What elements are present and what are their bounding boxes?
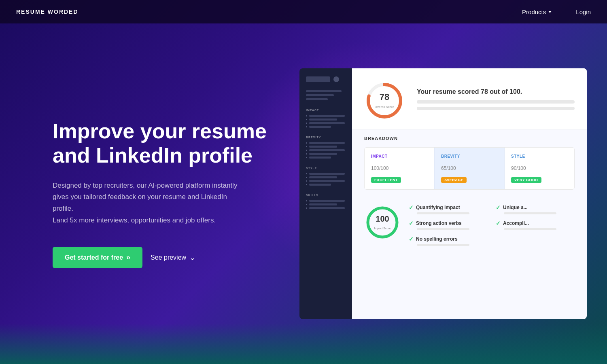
impact-score-max: /100: [379, 165, 388, 171]
check-item-5: ✓ No spelling errors: [409, 236, 488, 246]
style-section-label: STYLE: [306, 167, 346, 169]
panel-line: [309, 184, 331, 186]
panel-line: [309, 126, 331, 128]
panel-line: [309, 122, 345, 124]
see-preview-button[interactable]: See preview ⌄: [151, 253, 195, 262]
score-panel: 78 Overall Score Your resume scored 78 o…: [352, 68, 587, 319]
hero-title: Improve your resume and LinkedIn profile: [53, 119, 283, 168]
bullet: [306, 180, 307, 182]
impact-badge: EXCELLENT: [371, 177, 401, 183]
brevity-score-max: /100: [446, 165, 456, 171]
check-icon-2: ✓: [496, 204, 501, 211]
score-bar-2: [417, 107, 575, 110]
check-item-2: ✓ Unique a...: [496, 204, 575, 214]
overall-score-number: 78: [375, 92, 394, 102]
style-badge: VERY GOOD: [511, 177, 541, 183]
check-text-3: Strong action verbs: [416, 220, 462, 226]
check-header-2: ✓ Unique a...: [496, 204, 575, 211]
check-item-1: ✓ Quantifying impact: [409, 204, 488, 214]
impact-score-label: Impact Score: [374, 227, 391, 230]
see-preview-label: See preview: [151, 254, 186, 261]
brevity-score: 65/100: [441, 162, 498, 172]
breakdown-title: BREAKDOWN: [364, 136, 575, 141]
brevity-card: BREVITY 65/100 AVERAGE: [434, 148, 505, 189]
score-header: 78 Overall Score Your resume scored 78 o…: [352, 68, 587, 129]
panel-bullet-line: [306, 122, 346, 124]
style-score: 90/100: [511, 162, 568, 172]
check-header-3: ✓ Strong action verbs: [409, 220, 488, 226]
chevron-down-icon: [548, 11, 552, 13]
bullet: [306, 146, 307, 147]
check-icon-4: ✓: [496, 220, 501, 226]
panel-bullet-line: [306, 126, 346, 128]
bullet: [306, 200, 307, 201]
chevron-down-icon: ⌄: [189, 253, 195, 262]
check-item-3: ✓ Strong action verbs: [409, 220, 488, 230]
brevity-label: BREVITY: [441, 154, 498, 159]
check-bar-1: [417, 212, 469, 214]
hero-subtitle-main: Designed by top recruiters, our AI-power…: [53, 182, 237, 213]
hero-buttons: Get started for free » See preview ⌄: [53, 247, 283, 268]
brevity-badge: AVERAGE: [441, 177, 467, 183]
panel-line: [306, 98, 328, 100]
check-icon-5: ✓: [409, 236, 414, 242]
check-header-1: ✓ Quantifying impact: [409, 204, 488, 211]
check-bar-4: [504, 228, 556, 230]
checklist: ✓ Quantifying impact ✓ Unique a... ✓ S: [409, 204, 575, 246]
style-label: STYLE: [511, 154, 568, 159]
panel-line: [309, 173, 345, 175]
panel-bullet-line: [306, 200, 346, 202]
panel-circle: [333, 76, 339, 82]
panel-bullet-line: [306, 180, 346, 182]
panel-line: [309, 200, 345, 202]
panel-top: [306, 76, 346, 82]
panel-line: [309, 142, 345, 144]
check-bar-5: [417, 244, 469, 246]
arrows-icon: »: [126, 253, 130, 262]
panel-line: [309, 149, 345, 151]
bullet: [306, 153, 307, 154]
style-score-number: 90: [511, 165, 516, 171]
bullet: [306, 177, 307, 178]
check-item-4: ✓ Accompli...: [496, 220, 575, 230]
overall-score-label: Overall Score: [375, 105, 394, 109]
impact-card: IMPACT 100/100 EXCELLENT: [365, 148, 434, 189]
check-bar-2: [504, 212, 556, 214]
panel-rect: [306, 76, 330, 82]
bullet: [306, 184, 307, 185]
check-text-5: No spelling errors: [416, 236, 458, 242]
bullet: [306, 115, 307, 116]
impact-score: 100/100: [371, 162, 428, 172]
style-score-max: /100: [516, 165, 526, 171]
site-logo: RESUME WORDED: [16, 8, 79, 15]
bullet: [306, 157, 307, 158]
score-info: Your resume scored 78 out of 100.: [417, 88, 575, 113]
panel-bullet-line: [306, 146, 346, 148]
check-bar-3: [417, 228, 469, 230]
products-label: Products: [522, 8, 546, 15]
style-card: STYLE 90/100 VERY GOOD: [505, 148, 574, 189]
breakdown-cards: IMPACT 100/100 EXCELLENT BREVITY 65/100 …: [364, 147, 575, 190]
panel-line: [309, 176, 337, 178]
panel-bullet-line: [306, 115, 346, 117]
bullet: [306, 150, 307, 151]
panel-bullet-line: [306, 173, 346, 175]
products-menu[interactable]: Products: [522, 8, 552, 15]
login-link[interactable]: Login: [576, 8, 591, 15]
panel-bullet-line: [306, 153, 346, 155]
hero-title-line1: Improve your resume: [53, 119, 267, 143]
check-icon-1: ✓: [409, 204, 414, 211]
check-text-4: Accompli...: [503, 220, 529, 226]
bullet: [306, 204, 307, 205]
skills-section-label: SKILLS: [306, 194, 346, 197]
score-bar-fill-1: [417, 100, 551, 104]
panel-line: [309, 207, 345, 209]
panel-bullet-line: [306, 119, 346, 121]
get-started-button[interactable]: Get started for free »: [53, 247, 142, 268]
impact-score-number: 100: [371, 165, 379, 171]
panel-line: [309, 157, 331, 159]
impact-section-label: IMPACT: [306, 109, 346, 112]
score-bar-fill-2: [417, 107, 511, 110]
check-icon-3: ✓: [409, 220, 414, 226]
brevity-score-number: 65: [441, 165, 446, 171]
